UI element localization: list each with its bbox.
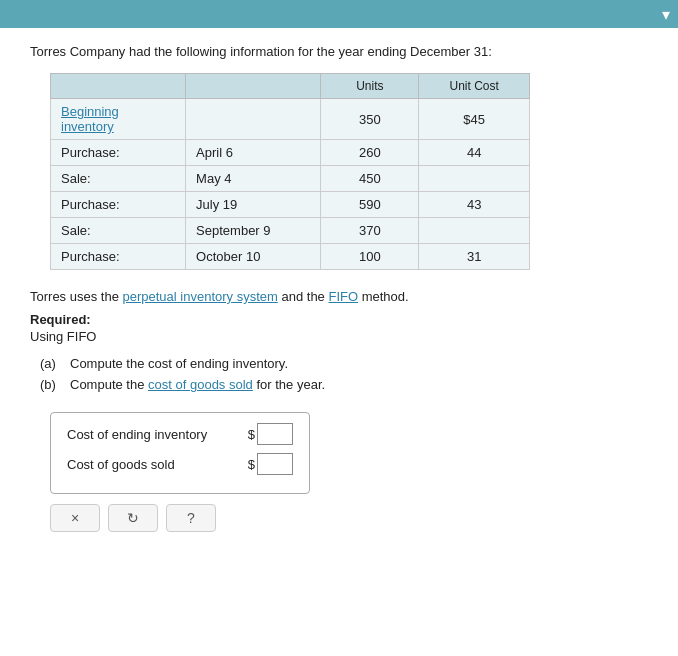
question-b-letter: (b) <box>40 377 70 392</box>
ending-inventory-input[interactable] <box>257 423 293 445</box>
table-row: Beginning inventory350$45 <box>51 99 530 140</box>
questions-section: (a) Compute the cost of ending inventory… <box>40 356 648 392</box>
close-button[interactable]: × <box>50 504 100 532</box>
retry-button[interactable]: ↻ <box>108 504 158 532</box>
table-row: Sale:May 4450 <box>51 166 530 192</box>
question-b-row: (b) Compute the cost of goods sold for t… <box>40 377 648 392</box>
perpetual-mid: and the <box>278 289 329 304</box>
table-cell-unit-cost: 43 <box>419 192 530 218</box>
question-a-row: (a) Compute the cost of ending inventory… <box>40 356 648 371</box>
table-cell-label1[interactable]: Beginning inventory <box>51 99 186 140</box>
table-cell-units: 260 <box>321 140 419 166</box>
dollar-sign-1: $ <box>248 427 255 442</box>
table-cell-label2: April 6 <box>186 140 321 166</box>
ending-inventory-input-wrapper: $ <box>248 423 293 445</box>
table-cell-label1: Sale: <box>51 218 186 244</box>
table-cell-units: 100 <box>321 244 419 270</box>
answer-box: Cost of ending inventory $ Cost of goods… <box>50 412 310 494</box>
using-label: Using FIFO <box>30 329 648 344</box>
dollar-sign-2: $ <box>248 457 255 472</box>
table-cell-label1: Purchase: <box>51 244 186 270</box>
th-empty2 <box>186 74 321 99</box>
table-cell-label1: Purchase: <box>51 140 186 166</box>
table-cell-label2 <box>186 99 321 140</box>
table-cell-unit-cost: $45 <box>419 99 530 140</box>
table-cell-units: 590 <box>321 192 419 218</box>
table-row: Purchase:July 1959043 <box>51 192 530 218</box>
data-table-wrapper: Units Unit Cost Beginning inventory350$4… <box>30 73 530 286</box>
perpetual-before: Torres uses the <box>30 289 123 304</box>
cost-of-goods-sold-link[interactable]: cost of goods sold <box>148 377 253 392</box>
question-b-text: Compute the cost of goods sold for the y… <box>70 377 325 392</box>
table-cell-label1: Sale: <box>51 166 186 192</box>
page-wrapper: ▾ Torres Company had the following infor… <box>0 0 678 656</box>
table-cell-unit-cost <box>419 218 530 244</box>
table-cell-unit-cost <box>419 166 530 192</box>
th-units: Units <box>321 74 419 99</box>
answer-row-ending-inventory: Cost of ending inventory $ <box>67 423 293 445</box>
table-cell-label2: October 10 <box>186 244 321 270</box>
inventory-table: Units Unit Cost Beginning inventory350$4… <box>50 73 530 270</box>
intro-text: Torres Company had the following informa… <box>30 44 648 59</box>
content-area: Torres Company had the following informa… <box>0 28 678 552</box>
cogs-input[interactable] <box>257 453 293 475</box>
question-a-text: Compute the cost of ending inventory. <box>70 356 288 371</box>
chevron-down-icon[interactable]: ▾ <box>662 5 670 24</box>
table-row: Purchase:October 1010031 <box>51 244 530 270</box>
table-cell-label2: September 9 <box>186 218 321 244</box>
table-cell-units: 450 <box>321 166 419 192</box>
table-row: Sale:September 9370 <box>51 218 530 244</box>
th-unit-cost: Unit Cost <box>419 74 530 99</box>
required-label: Required: <box>30 312 648 327</box>
beginning-inventory-link[interactable]: Beginning inventory <box>61 104 119 134</box>
perpetual-link[interactable]: perpetual inventory system <box>123 289 278 304</box>
question-a-letter: (a) <box>40 356 70 371</box>
cogs-input-wrapper: $ <box>248 453 293 475</box>
top-bar: ▾ <box>0 0 678 28</box>
th-empty1 <box>51 74 186 99</box>
table-row: Purchase:April 626044 <box>51 140 530 166</box>
perpetual-text: Torres uses the perpetual inventory syst… <box>30 289 648 304</box>
table-cell-units: 350 <box>321 99 419 140</box>
fifo-link[interactable]: FIFO <box>328 289 358 304</box>
table-cell-unit-cost: 31 <box>419 244 530 270</box>
table-cell-label2: May 4 <box>186 166 321 192</box>
table-cell-unit-cost: 44 <box>419 140 530 166</box>
table-cell-label1: Purchase: <box>51 192 186 218</box>
perpetual-after: method. <box>358 289 409 304</box>
answer-row-cogs: Cost of goods sold $ <box>67 453 293 475</box>
help-button[interactable]: ? <box>166 504 216 532</box>
table-cell-units: 370 <box>321 218 419 244</box>
ending-inventory-label: Cost of ending inventory <box>67 427 248 442</box>
action-buttons: × ↻ ? <box>50 504 648 532</box>
table-cell-label2: July 19 <box>186 192 321 218</box>
cogs-label: Cost of goods sold <box>67 457 248 472</box>
